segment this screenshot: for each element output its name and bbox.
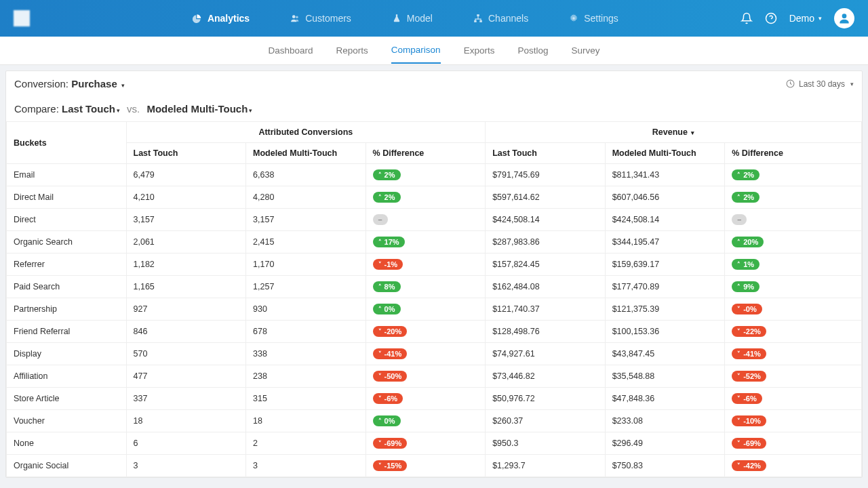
cell-rev-diff: ˄9% — [725, 276, 862, 298]
cell-bucket: Direct — [7, 209, 127, 231]
cell-rev-diff: ˅-52% — [725, 365, 862, 388]
svg-rect-3 — [474, 20, 477, 22]
cell-conv-model: 18 — [246, 410, 366, 432]
cell-rev-last: $121,740.37 — [486, 298, 606, 321]
arrow-up-icon: ˄ — [378, 283, 382, 290]
avatar[interactable] — [834, 8, 854, 28]
cell-rev-diff: – — [725, 209, 862, 231]
cell-conv-last: 2,061 — [126, 231, 246, 253]
diff-pill: ˅-52% — [732, 371, 766, 382]
cell-rev-last: $287,983.86 — [486, 231, 606, 253]
diff-pill: ˅-15% — [373, 460, 408, 471]
cell-conv-last: 477 — [126, 365, 246, 388]
tab-postlog[interactable]: Postlog — [517, 38, 548, 63]
nav-analytics[interactable]: Analytics — [186, 9, 256, 28]
arrow-down-icon: ˅ — [378, 462, 382, 469]
cell-rev-last: $73,446.82 — [486, 365, 606, 388]
cell-rev-model: $233.08 — [605, 410, 725, 432]
users-icon — [290, 14, 300, 23]
diff-pill: ˄2% — [732, 169, 760, 180]
diff-pill: ˅-69% — [373, 438, 408, 449]
table-row: Organic Social33˅-15%$1,293.7$750.83˅-42… — [7, 455, 862, 477]
diff-pill: ˄8% — [373, 281, 401, 292]
nav-model[interactable]: Model — [385, 9, 439, 28]
table-row: Voucher1818˄0%$260.37$233.08˅-10% — [7, 410, 862, 432]
col-diff[interactable]: % Difference — [366, 143, 486, 164]
cell-conv-diff: ˅-50% — [366, 365, 486, 388]
cell-conv-last: 927 — [126, 298, 246, 321]
clock-icon — [786, 79, 795, 88]
cell-conv-diff: ˄2% — [366, 164, 486, 186]
cell-rev-last: $950.3 — [486, 432, 606, 455]
cell-conv-model: 6,638 — [246, 164, 366, 186]
user-menu[interactable]: Demo ▾ — [789, 13, 822, 24]
help-icon[interactable] — [765, 12, 777, 24]
cell-rev-diff: ˄1% — [725, 253, 862, 276]
cogs-icon — [569, 14, 578, 23]
cell-rev-last: $791,745.69 — [486, 164, 606, 186]
nav-label: Settings — [584, 13, 618, 24]
cell-conv-diff: ˄8% — [366, 276, 486, 298]
col-group-revenue[interactable]: Revenue ▾ — [486, 122, 862, 143]
cell-bucket: Organic Search — [7, 231, 127, 253]
cell-rev-model: $344,195.47 — [605, 231, 725, 253]
nav-label: Analytics — [208, 13, 250, 24]
compare-model-a[interactable]: Last Touch▾ — [62, 103, 120, 115]
arrow-up-icon: ˄ — [378, 306, 382, 312]
nav-settings[interactable]: Settings — [562, 9, 625, 28]
diff-pill: ˄20% — [732, 237, 764, 247]
tab-comparison[interactable]: Comparison — [391, 37, 441, 64]
cell-rev-last: $74,927.61 — [486, 343, 606, 365]
cell-conv-diff: ˅-6% — [366, 388, 486, 410]
col-modeled[interactable]: Modeled Multi-Touch — [246, 143, 366, 164]
nav-channels[interactable]: Channels — [467, 9, 535, 28]
table-row: Email6,4796,638˄2%$791,745.69$811,341.43… — [7, 164, 862, 186]
cell-conv-diff: ˄17% — [366, 231, 486, 253]
comparison-table: Buckets Attributed Conversions Revenue ▾… — [6, 121, 862, 477]
diff-pill: ˅-10% — [732, 415, 766, 426]
cell-bucket: None — [7, 432, 127, 455]
cell-rev-model: $100,153.36 — [605, 321, 725, 343]
tab-dashboard[interactable]: Dashboard — [269, 38, 313, 63]
compare-bar: Compare: Last Touch▾ vs. Modeled Multi-T… — [6, 96, 862, 121]
cell-rev-last: $260.37 — [486, 410, 606, 432]
col-diff[interactable]: % Difference — [725, 143, 862, 164]
compare-model-b[interactable]: Modeled Multi-Touch▾ — [146, 103, 252, 115]
cell-rev-last: $1,293.7 — [486, 455, 606, 477]
cell-conv-last: 337 — [126, 388, 246, 410]
diff-pill: ˄0% — [373, 415, 401, 426]
nav-customers[interactable]: Customers — [283, 9, 358, 28]
cell-conv-diff: ˄0% — [366, 410, 486, 432]
table-row: Organic Search2,0612,415˄17%$287,983.86$… — [7, 231, 862, 253]
conversion-selector[interactable]: Conversion: Purchase ▾ — [14, 78, 125, 89]
cell-rev-model: $296.49 — [605, 432, 725, 455]
arrow-up-icon: ˄ — [378, 239, 382, 245]
col-buckets[interactable]: Buckets — [7, 122, 127, 164]
date-range-picker[interactable]: Last 30 days ▾ — [786, 79, 854, 89]
cell-conv-last: 4,210 — [126, 186, 246, 209]
cell-bucket: Store Article — [7, 388, 127, 410]
tab-reports[interactable]: Reports — [336, 38, 368, 63]
arrow-up-icon: ˄ — [378, 418, 382, 424]
cell-rev-last: $424,508.14 — [486, 209, 606, 231]
col-last-touch[interactable]: Last Touch — [126, 143, 246, 164]
bell-icon[interactable] — [741, 12, 753, 24]
col-modeled[interactable]: Modeled Multi-Touch — [605, 143, 725, 164]
cell-conv-last: 6,479 — [126, 164, 246, 186]
arrow-down-icon: ˅ — [737, 350, 741, 357]
cell-conv-diff: ˅-15% — [366, 455, 486, 477]
col-last-touch[interactable]: Last Touch — [486, 143, 606, 164]
user-name: Demo — [789, 13, 814, 24]
arrow-down-icon: ˅ — [737, 328, 741, 335]
cell-rev-last: $157,824.45 — [486, 253, 606, 276]
table-row: Paid Search1,1651,257˄8%$162,484.08$177,… — [7, 276, 862, 298]
arrow-down-icon: ˅ — [737, 418, 741, 424]
cell-rev-model: $159,639.17 — [605, 253, 725, 276]
tab-survey[interactable]: Survey — [571, 38, 599, 63]
table-row: Store Article337315˅-6%$50,976.72$47,848… — [7, 388, 862, 410]
cell-conv-last: 6 — [126, 432, 246, 455]
cell-bucket: Friend Referral — [7, 321, 127, 343]
tab-exports[interactable]: Exports — [464, 38, 495, 63]
cell-conv-model: 678 — [246, 321, 366, 343]
sub-nav: DashboardReportsComparisonExportsPostlog… — [0, 37, 868, 65]
